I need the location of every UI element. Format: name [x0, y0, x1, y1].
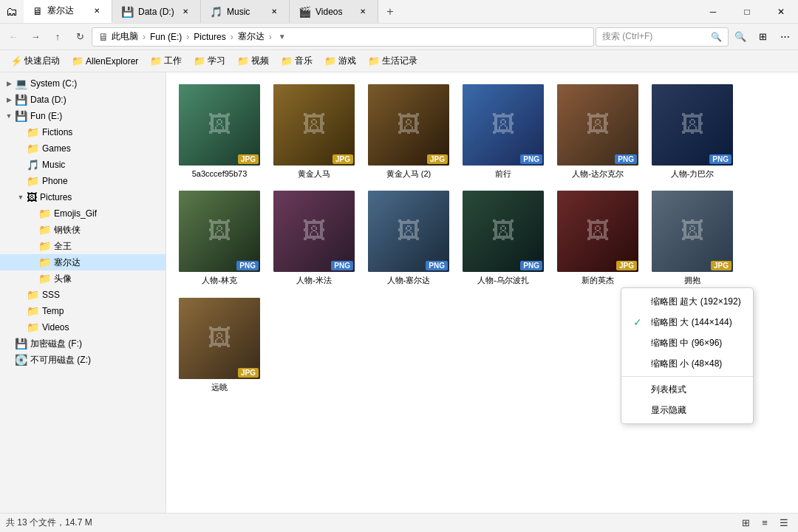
tree-expand-quan-wang[interactable] — [27, 238, 38, 254]
file-item[interactable]: 🖼 PNG 人物-米法 — [270, 188, 358, 288]
sidebar-item-steel-suit[interactable]: 📁 钢铁侠 — [0, 222, 166, 238]
context-menu-item-列表模式[interactable]: 列表模式 — [621, 379, 753, 400]
file-item[interactable]: 🖼 JPG 5a3cccef95b73 — [175, 81, 264, 182]
tree-expand-emojis-gif[interactable] — [27, 205, 38, 222]
sidebar-item-drive-f[interactable]: 💾 加密磁盘 (F:) — [0, 335, 166, 352]
tab-tab-data[interactable]: 💾 Data (D:) ✕ — [112, 0, 201, 23]
sidebar-item-drive-z[interactable]: 💽 不可用磁盘 (Z:) — [0, 352, 166, 368]
tab-tab-videos[interactable]: 🎬 Videos ✕ — [290, 0, 378, 23]
breadcrumb-zelda[interactable]: 塞尔达 — [238, 30, 265, 43]
tree-expand-pictures[interactable]: ▼ — [15, 189, 27, 205]
bookmark-游戏[interactable]: 📁 游戏 — [320, 53, 361, 69]
bookmark-视频[interactable]: 📁 视频 — [233, 53, 273, 69]
sidebar-item-pictures[interactable]: ▼ 🖼 Pictures — [0, 189, 166, 205]
file-item[interactable]: 🖼 JPG 黄金人马 (2) — [364, 81, 453, 182]
sidebar-item-quan-wang[interactable]: 📁 全王 — [0, 238, 166, 254]
breadcrumb-fun-e[interactable]: Fun (E:) — [150, 32, 182, 42]
tab-close-button[interactable]: ✕ — [357, 6, 369, 18]
list-view-button[interactable]: ≡ — [757, 515, 773, 531]
new-tab-button[interactable]: + — [378, 0, 402, 24]
sidebar-item-fictions[interactable]: 📁 Fictions — [0, 124, 166, 140]
sidebar-item-system-c[interactable]: ▶ 💻 System (C:) — [0, 75, 166, 92]
tab-tab-explorer[interactable]: 🖥 塞尔达 ✕ — [24, 0, 112, 23]
bookmark-快速启动[interactable]: ⚡ 快速启动 — [6, 53, 64, 69]
bookmark-AllenExplorer[interactable]: 📁 AllenExplorer — [67, 54, 143, 68]
tab-label: Videos — [316, 7, 352, 17]
tree-expand-sss[interactable] — [15, 287, 27, 303]
tree-expand-drive-z[interactable] — [3, 352, 15, 368]
sidebar-item-head[interactable]: 📁 头像 — [0, 270, 166, 287]
address-bar[interactable]: 🖥 此电脑 › Fun (E:) › Pictures › 塞尔达 › ▼ — [92, 27, 594, 47]
file-item[interactable]: 🖼 JPG 远眺 — [175, 295, 264, 395]
forward-button[interactable]: → — [25, 27, 46, 47]
tree-expand-fictions[interactable] — [15, 124, 27, 140]
sidebar-item-data-d[interactable]: ▶ 💾 Data (D:) — [0, 92, 166, 108]
context-menu-item-缩略图 中 (96×96)[interactable]: 缩略图 中 (96×96) — [621, 332, 753, 353]
sidebar-item-temp[interactable]: 📁 Temp — [0, 303, 166, 319]
tree-expand-drive-f[interactable] — [3, 335, 15, 352]
more-options-button[interactable]: ⋯ — [774, 27, 795, 47]
file-item[interactable]: 🖼 JPG 新的英杰 — [553, 188, 642, 288]
context-menu-item-缩略图 超大 (192×192)[interactable]: 缩略图 超大 (192×192) — [621, 291, 753, 312]
minimize-button[interactable]: ─ — [696, 0, 730, 24]
bookmark-音乐[interactable]: 📁 音乐 — [276, 53, 317, 69]
tree-icon-fictions: 📁 — [27, 126, 39, 138]
context-menu-item-显示隐藏[interactable]: 显示隐藏 — [621, 400, 753, 420]
tree-expand-head[interactable] — [27, 270, 38, 287]
tab-close-button[interactable]: ✕ — [180, 6, 191, 18]
context-menu-item-缩略图 大 (144×144)[interactable]: ✓ 缩略图 大 (144×144) — [621, 312, 753, 332]
tree-expand-music[interactable] — [15, 157, 27, 173]
bookmark-icon: 📁 — [72, 55, 83, 66]
tab-icon: 🎵 — [210, 6, 222, 18]
tree-expand-data-d[interactable]: ▶ — [3, 92, 15, 108]
tree-expand-games[interactable] — [15, 140, 27, 157]
file-item[interactable]: 🖼 PNG 人物-力巴尔 — [648, 81, 737, 182]
tree-icon-music: 🎵 — [27, 159, 39, 171]
breadcrumb-this-pc[interactable]: 此电脑 — [112, 30, 138, 43]
up-button[interactable]: ↑ — [47, 27, 68, 47]
refresh-button[interactable]: ↻ — [69, 27, 90, 47]
tree-expand-zelda[interactable] — [27, 254, 38, 270]
file-item[interactable]: 🖼 PNG 人物-乌尔波扎 — [459, 188, 548, 288]
statusbar: 共 13 个文件，14.7 M ⊞ ≡ ☰ — [0, 513, 798, 532]
file-type-badge: PNG — [709, 154, 732, 164]
sidebar-item-fun-e[interactable]: ▼ 💾 Fun (E:) — [0, 108, 166, 124]
file-item[interactable]: 🖼 PNG 人物-达尔克尔 — [553, 81, 642, 182]
sidebar-item-games[interactable]: 📁 Games — [0, 140, 166, 157]
address-dropdown-button[interactable]: ▼ — [276, 27, 288, 47]
file-item[interactable]: 🖼 PNG 前行 — [459, 81, 548, 182]
bookmark-学习[interactable]: 📁 学习 — [189, 53, 230, 69]
tab-close-button[interactable]: ✕ — [268, 6, 280, 18]
view-options-button[interactable]: ⊞ — [752, 27, 773, 47]
tab-tab-music[interactable]: 🎵 Music ✕ — [201, 0, 290, 23]
tree-expand-system-c[interactable]: ▶ — [3, 75, 15, 92]
tab-close-button[interactable]: ✕ — [91, 5, 103, 17]
file-item[interactable]: 🖼 PNG 人物-塞尔达 — [364, 188, 453, 288]
sidebar-item-zelda[interactable]: 📁 塞尔达 — [0, 254, 166, 270]
sidebar-item-sss[interactable]: 📁 SSS — [0, 287, 166, 303]
sidebar-item-emojis-gif[interactable]: 📁 Emojis_Gif — [0, 205, 166, 222]
breadcrumb-pictures[interactable]: Pictures — [194, 32, 225, 42]
tree-expand-videos[interactable] — [15, 319, 27, 335]
tree-expand-phone[interactable] — [15, 173, 27, 189]
close-button[interactable]: ✕ — [764, 0, 798, 24]
tree-expand-steel-suit[interactable] — [27, 222, 38, 238]
maximize-button[interactable]: □ — [730, 0, 764, 24]
bookmark-工作[interactable]: 📁 工作 — [146, 53, 186, 69]
sidebar-item-phone[interactable]: 📁 Phone — [0, 173, 166, 189]
sidebar-item-videos[interactable]: 📁 Videos — [0, 319, 166, 335]
search-bar[interactable]: 搜索 (Ctrl+F) 🔍 — [596, 27, 729, 47]
search-button[interactable]: 🔍 — [730, 27, 751, 47]
details-view-button[interactable]: ☰ — [776, 515, 792, 531]
file-item[interactable]: 🖼 PNG 人物-林克 — [175, 188, 264, 288]
tree-expand-temp[interactable] — [15, 303, 27, 319]
file-item[interactable]: 🖼 JPG 拥抱 — [648, 188, 737, 288]
context-menu-label: 缩略图 超大 (192×192) — [651, 296, 741, 308]
file-item[interactable]: 🖼 JPG 黄金人马 — [270, 81, 358, 182]
sidebar-item-music[interactable]: 🎵 Music — [0, 157, 166, 173]
context-menu-item-缩略图 小 (48×48)[interactable]: 缩略图 小 (48×48) — [621, 353, 753, 374]
grid-view-button[interactable]: ⊞ — [737, 515, 754, 531]
tree-expand-fun-e[interactable]: ▼ — [3, 108, 15, 124]
back-button[interactable]: ← — [3, 27, 24, 47]
bookmark-生活记录[interactable]: 📁 生活记录 — [364, 53, 422, 69]
